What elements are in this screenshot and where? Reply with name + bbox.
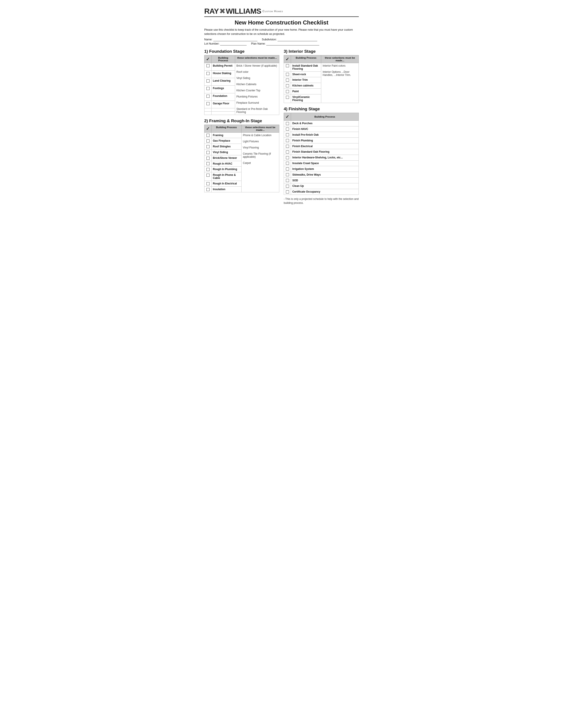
process-cell: Foundation bbox=[211, 93, 235, 101]
check-cell[interactable] bbox=[284, 149, 291, 155]
check-cell[interactable] bbox=[284, 71, 291, 77]
checkbox[interactable] bbox=[286, 64, 289, 67]
name-input[interactable] bbox=[213, 38, 257, 41]
check-cell[interactable] bbox=[204, 138, 211, 144]
name-field: Name: bbox=[204, 38, 257, 41]
checkbox[interactable] bbox=[286, 122, 289, 125]
logo-star: ✖ bbox=[219, 7, 225, 15]
section4-heading: 4) Finishing Stage bbox=[284, 107, 359, 111]
check-cell[interactable] bbox=[204, 181, 211, 187]
checkbox[interactable] bbox=[206, 95, 209, 98]
checkbox[interactable] bbox=[206, 182, 209, 185]
checkbox[interactable] bbox=[286, 84, 289, 87]
checkbox[interactable] bbox=[286, 79, 289, 82]
logo-ray: RAY bbox=[204, 7, 219, 15]
checkbox[interactable] bbox=[286, 150, 289, 154]
checkbox[interactable] bbox=[206, 79, 209, 83]
checkbox[interactable] bbox=[206, 162, 209, 165]
check-cell[interactable] bbox=[204, 101, 211, 108]
check-cell[interactable] bbox=[204, 63, 211, 70]
check-cell[interactable] bbox=[204, 149, 211, 155]
checkbox[interactable] bbox=[286, 73, 289, 76]
checkbox[interactable] bbox=[206, 102, 209, 105]
process-cell: Deck & Porches bbox=[291, 120, 359, 126]
check-cell[interactable] bbox=[284, 83, 291, 89]
check-cell[interactable] bbox=[204, 172, 211, 181]
check-cell[interactable] bbox=[284, 178, 291, 183]
check-cell[interactable] bbox=[284, 143, 291, 149]
check-cell bbox=[204, 108, 211, 112]
left-column: 1) Foundation Stage ✓ Building Process t… bbox=[204, 49, 279, 205]
right-column: 3) Interior Stage ✓ Building Process the… bbox=[284, 49, 359, 205]
check-cell[interactable] bbox=[204, 187, 211, 192]
check-cell[interactable] bbox=[284, 166, 291, 172]
checkbox[interactable] bbox=[286, 90, 289, 93]
check-cell[interactable] bbox=[204, 86, 211, 93]
check-cell[interactable] bbox=[284, 183, 291, 189]
section4-checkmark-header: ✓ bbox=[286, 114, 289, 119]
check-cell[interactable] bbox=[204, 78, 211, 86]
section3-process-header: Building Process bbox=[296, 56, 317, 59]
checkbox[interactable] bbox=[206, 188, 209, 191]
check-cell[interactable] bbox=[284, 120, 291, 126]
checkbox[interactable] bbox=[206, 72, 209, 75]
process-cell bbox=[211, 111, 235, 115]
check-cell[interactable] bbox=[284, 189, 291, 195]
check-cell[interactable] bbox=[284, 126, 291, 132]
checkbox[interactable] bbox=[286, 145, 289, 148]
process-cell: Rough In Phone & Cable bbox=[211, 172, 241, 181]
checkbox[interactable] bbox=[286, 162, 289, 165]
checkbox[interactable] bbox=[206, 145, 209, 148]
check-cell[interactable] bbox=[284, 77, 291, 83]
checkbox[interactable] bbox=[286, 167, 289, 171]
checkbox[interactable] bbox=[286, 139, 289, 142]
check-cell[interactable] bbox=[284, 138, 291, 143]
check-cell[interactable] bbox=[204, 161, 211, 167]
check-cell[interactable] bbox=[204, 70, 211, 78]
table-row: Finish Standard Oak Flooring bbox=[284, 149, 359, 155]
check-cell[interactable] bbox=[204, 93, 211, 101]
check-cell[interactable] bbox=[284, 88, 291, 94]
check-cell[interactable] bbox=[284, 94, 291, 103]
checkbox[interactable] bbox=[206, 134, 209, 137]
section2-process-header: Building Process bbox=[216, 126, 237, 129]
checkbox[interactable] bbox=[206, 174, 209, 177]
check-cell[interactable] bbox=[204, 167, 211, 172]
subdivision-input[interactable] bbox=[277, 38, 317, 41]
check-cell[interactable] bbox=[284, 160, 291, 166]
process-cell: Roof Shingles bbox=[211, 144, 241, 150]
check-cell[interactable] bbox=[204, 155, 211, 161]
process-cell: Framing bbox=[211, 132, 241, 138]
process-cell: Certificate Occupancy bbox=[291, 189, 359, 195]
check-cell[interactable] bbox=[204, 132, 211, 138]
check-cell[interactable] bbox=[204, 144, 211, 150]
selection-cell: Interior Paint colorsInterior Options ..… bbox=[321, 63, 359, 103]
checkbox[interactable] bbox=[286, 173, 289, 176]
check-cell[interactable] bbox=[284, 63, 291, 71]
section1-th-selections: these selections must be made... bbox=[235, 55, 279, 63]
plan-input[interactable] bbox=[266, 42, 319, 45]
table-row: Deck & Porches bbox=[284, 120, 359, 126]
check-cell[interactable] bbox=[284, 155, 291, 160]
checkbox[interactable] bbox=[286, 179, 289, 182]
checkbox[interactable] bbox=[206, 64, 209, 67]
process-cell: Rough In HVAC bbox=[211, 161, 241, 167]
checkbox[interactable] bbox=[206, 157, 209, 160]
checkbox[interactable] bbox=[206, 168, 209, 171]
checkbox[interactable] bbox=[286, 156, 289, 159]
checkbox[interactable] bbox=[286, 128, 289, 131]
check-cell[interactable] bbox=[284, 132, 291, 138]
process-cell: Irrigation System bbox=[291, 166, 359, 172]
checkbox[interactable] bbox=[206, 151, 209, 154]
checkbox[interactable] bbox=[286, 133, 289, 136]
checkbox[interactable] bbox=[206, 139, 209, 143]
checkbox[interactable] bbox=[286, 190, 289, 193]
section3-th-selections: these selections must be made... bbox=[321, 55, 359, 63]
logo-custom: Custom Homes bbox=[262, 9, 283, 13]
check-cell[interactable] bbox=[284, 172, 291, 178]
checkbox[interactable] bbox=[286, 96, 289, 99]
checkbox[interactable] bbox=[286, 185, 289, 188]
process-cell: SOD bbox=[291, 178, 359, 183]
checkbox[interactable] bbox=[206, 87, 209, 90]
lot-input[interactable] bbox=[220, 42, 246, 45]
